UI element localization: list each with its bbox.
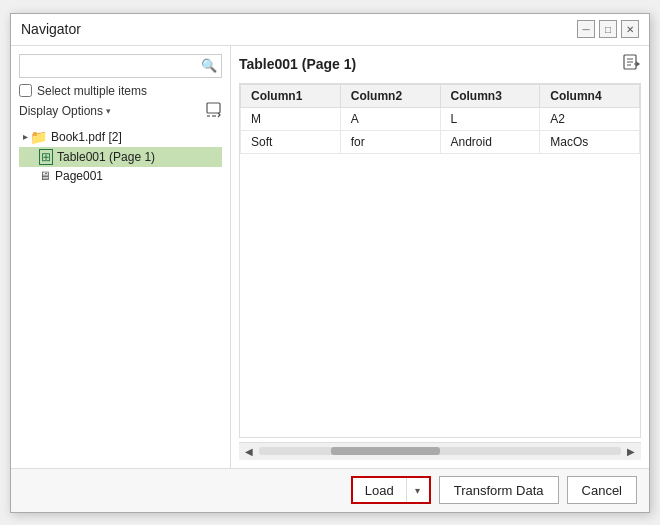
select-multiple-label: Select multiple items: [37, 84, 147, 98]
data-table: Column1 Column2 Column3 Column4 M A L A2: [240, 84, 640, 154]
scroll-left-button[interactable]: ◀: [241, 443, 257, 459]
tree-root-label: Book1.pdf [2]: [51, 130, 122, 144]
cell-1-3: L: [440, 107, 540, 130]
tree-area: ▸ 📁 Book1.pdf [2] ⊞ Table001 (Page 1) 🖥 …: [19, 127, 222, 460]
cell-1-4: A2: [540, 107, 640, 130]
data-table-wrapper: Column1 Column2 Column3 Column4 M A L A2: [239, 83, 641, 438]
close-button[interactable]: ✕: [621, 20, 639, 38]
tree-table-label: Table001 (Page 1): [57, 150, 155, 164]
window-title: Navigator: [21, 21, 81, 37]
horizontal-scrollbar[interactable]: ◀ ▶: [239, 442, 641, 460]
navigator-window: Navigator ─ □ ✕ 🔍 Select multiple items: [10, 13, 650, 513]
search-box: 🔍: [19, 54, 222, 78]
preview-export-button[interactable]: [623, 54, 641, 75]
table-row: Soft for Android MacOs: [241, 130, 640, 153]
scroll-right-button[interactable]: ▶: [623, 443, 639, 459]
tree-root-item[interactable]: ▸ 📁 Book1.pdf [2]: [19, 127, 222, 147]
display-options-button[interactable]: Display Options ▾: [19, 104, 111, 118]
refresh-button[interactable]: [206, 102, 222, 121]
cell-2-3: Android: [440, 130, 540, 153]
display-options-chevron-icon: ▾: [106, 106, 111, 116]
display-options-label: Display Options: [19, 104, 103, 118]
search-button[interactable]: 🔍: [197, 55, 221, 77]
content-area: 🔍 Select multiple items Display Options …: [11, 46, 649, 468]
cell-1-1: M: [241, 107, 341, 130]
right-panel: Table001 (Page 1) Column1: [231, 46, 649, 468]
preview-header: Table001 (Page 1): [239, 54, 641, 75]
cell-2-1: Soft: [241, 130, 341, 153]
maximize-button[interactable]: □: [599, 20, 617, 38]
search-input[interactable]: [20, 55, 197, 77]
tree-arrow-icon: ▸: [23, 131, 28, 142]
load-button[interactable]: Load: [353, 478, 407, 502]
select-multiple-checkbox[interactable]: [19, 84, 32, 97]
col-header-3: Column3: [440, 84, 540, 107]
title-bar-buttons: ─ □ ✕: [577, 20, 639, 38]
scroll-thumb[interactable]: [331, 447, 440, 455]
folder-icon: 📁: [30, 129, 47, 145]
bottom-bar: Load ▾ Transform Data Cancel: [11, 468, 649, 512]
title-bar: Navigator ─ □ ✕: [11, 14, 649, 46]
minimize-button[interactable]: ─: [577, 20, 595, 38]
table-icon: ⊞: [39, 149, 53, 165]
load-dropdown-button[interactable]: ▾: [407, 478, 429, 502]
page-icon: 🖥: [39, 169, 51, 183]
table-header-row: Column1 Column2 Column3 Column4: [241, 84, 640, 107]
transform-data-button[interactable]: Transform Data: [439, 476, 559, 504]
load-button-group: Load ▾: [351, 476, 431, 504]
table-row: M A L A2: [241, 107, 640, 130]
col-header-4: Column4: [540, 84, 640, 107]
scroll-track[interactable]: [259, 447, 621, 455]
svg-rect-0: [207, 103, 220, 113]
export-icon: [623, 54, 641, 72]
cell-2-4: MacOs: [540, 130, 640, 153]
tree-page-item[interactable]: 🖥 Page001: [19, 167, 222, 185]
tree-table-item[interactable]: ⊞ Table001 (Page 1): [19, 147, 222, 167]
cell-1-2: A: [340, 107, 440, 130]
col-header-2: Column2: [340, 84, 440, 107]
preview-title: Table001 (Page 1): [239, 56, 356, 72]
cell-2-2: for: [340, 130, 440, 153]
select-multiple-row: Select multiple items: [19, 84, 222, 98]
col-header-1: Column1: [241, 84, 341, 107]
display-options-row: Display Options ▾: [19, 102, 222, 121]
tree-page-label: Page001: [55, 169, 103, 183]
cancel-button[interactable]: Cancel: [567, 476, 637, 504]
load-chevron-icon: ▾: [415, 485, 420, 496]
refresh-icon: [206, 105, 222, 121]
left-panel: 🔍 Select multiple items Display Options …: [11, 46, 231, 468]
